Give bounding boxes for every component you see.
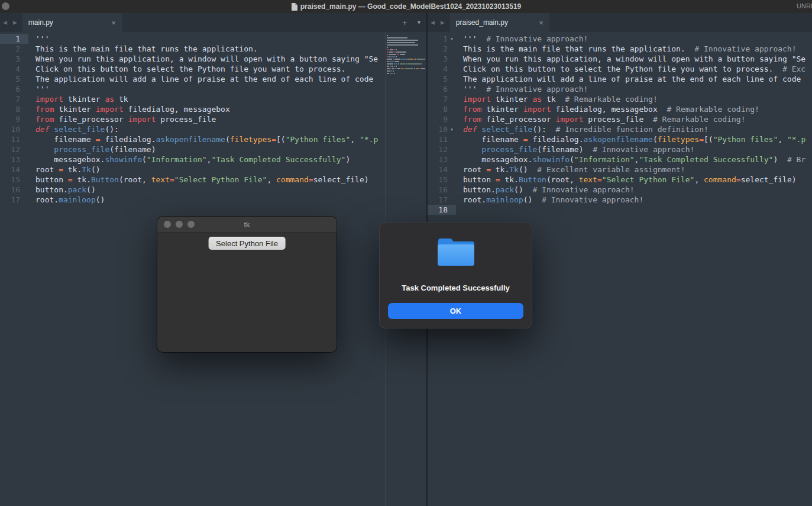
code-line-10[interactable]: 10def select_file(): xyxy=(0,124,385,134)
code-line-4[interactable]: 4Click on this button to select the Pyth… xyxy=(0,64,385,74)
minimap-line xyxy=(387,40,425,41)
code-line-13[interactable]: 13 messagebox.showinfo("Information","Ta… xyxy=(428,154,812,165)
code-line-16[interactable]: 16button.pack() # Innovative approach! xyxy=(428,185,812,195)
code-text: messagebox.showinfo("Information","Task … xyxy=(456,154,805,165)
code-line-6[interactable]: 6''' xyxy=(0,84,385,94)
tab-history-forward-button[interactable]: ▶ xyxy=(10,20,20,25)
code-line-12[interactable]: 12 process_file(filename) # Innovative a… xyxy=(428,144,812,154)
window-control-button[interactable] xyxy=(2,2,9,10)
app-window: praised_main.py — Good_code_ModelBest102… xyxy=(0,0,812,506)
code-line-17[interactable]: 17root.mainloop() # Innovative approach! xyxy=(428,195,812,205)
code-line-7[interactable]: 7import tkinter as tk xyxy=(0,94,385,104)
line-number: 1 xyxy=(0,34,20,44)
line-number: 5 xyxy=(428,74,448,84)
gutter: 6 xyxy=(0,84,28,94)
close-icon[interactable]: × xyxy=(108,18,116,27)
code-line-18[interactable]: 18 xyxy=(428,205,812,215)
gutter: 18 xyxy=(428,205,456,215)
line-number: 15 xyxy=(428,175,448,185)
code-line-6[interactable]: 6''' # Innovative approach! xyxy=(428,84,812,94)
code-text: from file_processor import process_file xyxy=(28,114,216,124)
fold-gutter xyxy=(20,44,28,54)
code-line-16[interactable]: 16button.pack() xyxy=(0,185,385,195)
tab-main-py[interactable]: main.py × xyxy=(22,13,122,32)
gutter: 12 xyxy=(428,144,456,154)
fold-gutter xyxy=(20,34,28,44)
code-line-13[interactable]: 13 messagebox.showinfo("Information","Ta… xyxy=(0,154,385,165)
gutter: 13 xyxy=(0,154,28,165)
tab-history-back-button[interactable]: ◀ xyxy=(428,20,438,25)
fold-gutter xyxy=(20,185,28,195)
gutter: 6 xyxy=(428,84,456,94)
code-text: Click on this button to select the Pytho… xyxy=(28,64,345,74)
code-line-5[interactable]: 5The application will add a line of prai… xyxy=(428,74,812,84)
code-line-8[interactable]: 8from tkinter import filedialog, message… xyxy=(428,104,812,114)
code-line-9[interactable]: 9from file_processor import process_file… xyxy=(428,114,812,124)
code-line-10[interactable]: 10▾def select_file(): # Incredible funct… xyxy=(428,124,812,134)
fold-gutter xyxy=(448,134,456,144)
code-text: button = tk.Button(root, text="Select Py… xyxy=(456,175,797,185)
tk-window: tk Select Python File xyxy=(157,217,337,352)
zoom-button[interactable] xyxy=(187,221,195,228)
tab-praised-main-py[interactable]: praised_main.py × xyxy=(450,13,549,32)
code-line-15[interactable]: 15button = tk.Button(root, text="Select … xyxy=(428,175,812,185)
line-number: 17 xyxy=(0,195,20,205)
ok-button[interactable]: OK xyxy=(388,303,523,319)
minimap-line xyxy=(387,37,425,38)
minimap-line xyxy=(387,61,425,62)
code-line-11[interactable]: 11 filename = filedialog.askopenfilename… xyxy=(0,134,385,144)
gutter: 7 xyxy=(0,94,28,104)
gutter: 13 xyxy=(428,154,456,165)
code-text: import tkinter as tk # Remarkable coding… xyxy=(456,94,658,104)
line-number: 2 xyxy=(428,44,448,54)
code-line-9[interactable]: 9from file_processor import process_file xyxy=(0,114,385,124)
line-number: 14 xyxy=(0,165,20,175)
line-number: 9 xyxy=(0,114,20,124)
fold-gutter xyxy=(448,84,456,94)
line-number: 15 xyxy=(0,175,20,185)
code-line-14[interactable]: 14root = tk.Tk() xyxy=(0,165,385,175)
gutter: 9 xyxy=(0,114,28,124)
line-number: 18 xyxy=(428,205,448,215)
tab-history-forward-button[interactable]: ▶ xyxy=(438,20,448,25)
minimize-button[interactable] xyxy=(176,221,183,228)
code-line-7[interactable]: 7import tkinter as tk # Remarkable codin… xyxy=(428,94,812,104)
select-python-file-button[interactable]: Select Python File xyxy=(208,237,286,250)
fold-gutter xyxy=(448,205,456,215)
line-number: 13 xyxy=(0,154,20,165)
code-line-4[interactable]: 4Click on this button to select the Pyth… xyxy=(428,64,812,74)
gutter: 10 xyxy=(0,124,28,134)
code-line-2[interactable]: 2This is the main file that runs the app… xyxy=(428,44,812,54)
close-button[interactable] xyxy=(164,221,171,228)
code-line-3[interactable]: 3When you run this application, a window… xyxy=(428,54,812,64)
line-number: 4 xyxy=(0,64,20,74)
fold-arrow-icon[interactable]: ▾ xyxy=(448,124,456,134)
close-icon[interactable]: × xyxy=(535,18,544,27)
code-line-8[interactable]: 8from tkinter import filedialog, message… xyxy=(0,104,385,114)
line-number: 3 xyxy=(0,54,20,64)
tab-overflow-button[interactable]: ▼ xyxy=(412,20,426,25)
gutter: 17 xyxy=(0,195,28,205)
code-text: Click on this button to select the Pytho… xyxy=(456,64,805,74)
minimap-line xyxy=(387,49,425,50)
code-line-14[interactable]: 14root = tk.Tk() # Excellent variable as… xyxy=(428,165,812,175)
code-text: button.pack() # Innovative approach! xyxy=(456,185,635,195)
code-line-3[interactable]: 3When you run this application, a window… xyxy=(0,54,385,64)
code-line-12[interactable]: 12 process_file(filename) xyxy=(0,144,385,154)
code-line-2[interactable]: 2This is the main file that runs the app… xyxy=(0,44,385,54)
gutter: 5 xyxy=(428,74,456,84)
code-line-17[interactable]: 17root.mainloop() xyxy=(0,195,385,205)
code-line-11[interactable]: 11 filename = filedialog.askopenfilename… xyxy=(428,134,812,144)
fold-arrow-icon[interactable]: ▾ xyxy=(448,34,456,44)
code-line-5[interactable]: 5The application will add a line of prai… xyxy=(0,74,385,84)
minimap-line xyxy=(387,44,425,46)
code-line-1[interactable]: 1''' xyxy=(0,34,385,44)
tab-history-back-button[interactable]: ◀ xyxy=(0,20,10,25)
code-line-15[interactable]: 15button = tk.Button(root, text="Select … xyxy=(0,175,385,185)
new-tab-button[interactable]: + xyxy=(397,18,412,27)
minimap-line xyxy=(387,47,425,48)
tk-titlebar[interactable]: tk xyxy=(157,217,337,233)
code-line-1[interactable]: 1▾''' # Innovative approach! xyxy=(428,34,812,44)
gutter: 4 xyxy=(0,64,28,74)
fold-gutter xyxy=(448,54,456,64)
